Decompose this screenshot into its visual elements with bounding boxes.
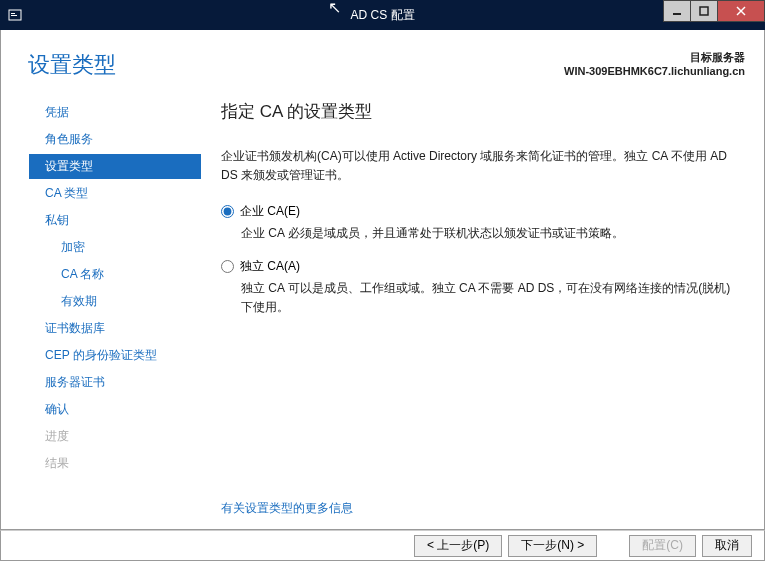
radio-label: 企业 CA(E) xyxy=(240,203,300,220)
svg-rect-1 xyxy=(11,13,15,14)
nav-item[interactable]: 设置类型 xyxy=(29,154,201,179)
nav-item[interactable]: 确认 xyxy=(29,397,201,422)
prev-button[interactable]: < 上一步(P) xyxy=(414,535,502,557)
radio-row[interactable]: 独立 CA(A) xyxy=(221,258,739,275)
radio-input[interactable] xyxy=(221,260,234,273)
configure-button: 配置(C) xyxy=(629,535,696,557)
svg-rect-2 xyxy=(11,15,17,16)
minimize-button[interactable] xyxy=(663,0,691,22)
cancel-button[interactable]: 取消 xyxy=(702,535,752,557)
radio-input[interactable] xyxy=(221,205,234,218)
ca-type-option: 企业 CA(E)企业 CA 必须是域成员，并且通常处于联机状态以颁发证书或证书策… xyxy=(221,203,739,243)
window-title: AD CS 配置 xyxy=(350,7,414,24)
nav-item[interactable]: CA 类型 xyxy=(29,181,201,206)
nav-item[interactable]: 凭据 xyxy=(29,100,201,125)
svg-rect-3 xyxy=(673,13,681,15)
window-controls xyxy=(664,0,765,22)
close-button[interactable] xyxy=(717,0,765,22)
nav-item[interactable]: CA 名称 xyxy=(29,262,201,287)
mouse-cursor-icon: ↖ xyxy=(328,0,341,17)
nav-item[interactable]: 角色服务 xyxy=(29,127,201,152)
nav-item[interactable]: 加密 xyxy=(29,235,201,260)
footer: < 上一步(P) 下一步(N) > 配置(C) 取消 xyxy=(0,530,765,561)
radio-description: 独立 CA 可以是成员、工作组或域。独立 CA 不需要 AD DS，可在没有网络… xyxy=(241,279,739,317)
ca-type-option: 独立 CA(A)独立 CA 可以是成员、工作组或域。独立 CA 不需要 AD D… xyxy=(221,258,739,317)
more-info-link[interactable]: 有关设置类型的更多信息 xyxy=(221,500,353,517)
main-description: 企业证书颁发机构(CA)可以使用 Active Directory 域服务来简化… xyxy=(221,147,739,185)
nav-item: 进度 xyxy=(29,424,201,449)
svg-rect-4 xyxy=(700,7,708,15)
nav-item[interactable]: 有效期 xyxy=(29,289,201,314)
nav-item[interactable]: 服务器证书 xyxy=(29,370,201,395)
main-heading: 指定 CA 的设置类型 xyxy=(221,100,739,123)
wizard-nav: 凭据角色服务设置类型CA 类型私钥加密CA 名称有效期证书数据库CEP 的身份验… xyxy=(1,30,201,529)
nav-item[interactable]: 证书数据库 xyxy=(29,316,201,341)
next-button[interactable]: 下一步(N) > xyxy=(508,535,597,557)
radio-description: 企业 CA 必须是域成员，并且通常处于联机状态以颁发证书或证书策略。 xyxy=(241,224,739,243)
app-icon xyxy=(0,0,30,30)
titlebar: ↖ AD CS 配置 xyxy=(0,0,765,30)
nav-item[interactable]: 私钥 xyxy=(29,208,201,233)
main-panel: 指定 CA 的设置类型 企业证书颁发机构(CA)可以使用 Active Dire… xyxy=(201,30,764,529)
radio-label: 独立 CA(A) xyxy=(240,258,300,275)
radio-row[interactable]: 企业 CA(E) xyxy=(221,203,739,220)
nav-item: 结果 xyxy=(29,451,201,476)
nav-item[interactable]: CEP 的身份验证类型 xyxy=(29,343,201,368)
maximize-button[interactable] xyxy=(690,0,718,22)
